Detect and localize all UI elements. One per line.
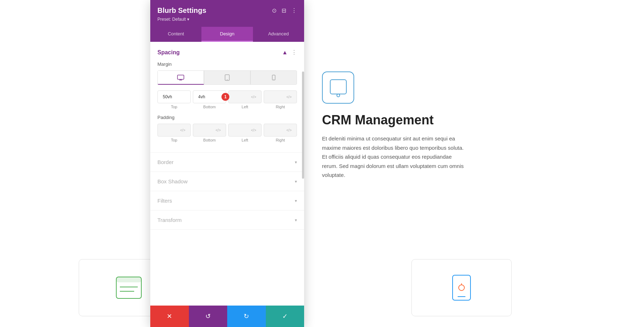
tab-advanced[interactable]: Advanced [253,27,304,42]
svg-point-1 [337,94,340,97]
tab-design[interactable]: Design [201,27,253,42]
crm-description: Et deleniti minima ut consequatur sint a… [322,134,465,180]
spacing-title: Spacing [157,49,180,56]
svg-rect-10 [177,75,184,79]
panel-title: Blurb Settings [157,6,206,15]
device-tab-desktop[interactable] [157,70,204,85]
panel-content[interactable]: Spacing ▲ ⋮ Margin [150,42,304,306]
margin-left-wrapper: </> [228,90,262,103]
padding-left-input[interactable]: </> [228,124,262,137]
tablet-icon [225,74,230,81]
border-label: Border [157,159,174,165]
box-shadow-chevron: ▾ [295,179,297,184]
collapse-icon[interactable]: ▲ [282,49,288,56]
more-icon[interactable]: ⋮ [291,7,297,14]
columns-icon[interactable]: ⊟ [282,7,286,14]
svg-rect-0 [330,80,346,94]
badge-1: 1 [221,93,229,101]
padding-left-group: </> Left [228,124,262,142]
panel-tabs: Content Design Advanced [150,27,304,42]
code-icon-pb: </> [216,128,221,132]
code-icon-pr: </> [287,128,292,132]
margin-bottom-value: 4vh [198,94,205,99]
filters-chevron: ▾ [295,198,297,203]
green-card-icon [114,273,143,302]
margin-right-wrapper: </> [264,90,297,103]
transform-label: Transform [157,217,182,223]
scroll-indicator[interactable] [302,71,304,179]
padding-top-input[interactable]: </> [157,124,191,137]
crm-section: CRM Management Et deleniti minima ut con… [322,29,465,180]
preset-row[interactable]: Preset: Default ▾ [157,17,297,22]
transform-chevron: ▾ [295,218,297,223]
cancel-icon: ✕ [167,312,172,320]
panel-header-icons: ⊙ ⊟ ⋮ [272,7,297,14]
save-icon: ✓ [282,312,288,320]
margin-right-group: </> Right [264,90,297,109]
bottom-cards-area [0,259,644,327]
tab-content[interactable]: Content [150,27,201,42]
section-header-spacing: Spacing ▲ ⋮ [157,49,297,56]
bottom-card-blue [411,259,512,316]
device-tab-tablet[interactable] [204,70,250,85]
margin-bottom-input[interactable]: 4vh 1 [193,90,226,103]
section-menu-icon[interactable]: ⋮ [291,49,297,56]
padding-bottom-group: </> Bottom [193,124,226,142]
padding-label: Padding [157,115,297,120]
padding-right-group: </> Right [264,124,297,142]
redo-icon: ↻ [244,312,249,320]
margin-top-group: 50vh Top [157,90,191,109]
padding-bottom-input[interactable]: </> [193,124,226,137]
margin-right-input[interactable]: </> [264,90,297,103]
margin-right-label: Right [276,105,285,109]
border-section[interactable]: Border ▾ [150,153,304,172]
transform-section[interactable]: Transform ▾ [150,210,304,230]
filters-section[interactable]: Filters ▾ [150,191,304,210]
code-icon-right: </> [287,95,292,99]
border-chevron: ▾ [295,160,297,165]
margin-top-input[interactable]: 50vh [157,90,191,103]
box-shadow-section[interactable]: Box Shadow ▾ [150,172,304,191]
crm-title: CRM Management [322,112,434,128]
settings-panel: Blurb Settings ⊙ ⊟ ⋮ Preset: Default ▾ C… [150,0,304,327]
filters-label: Filters [157,198,172,204]
save-button[interactable]: ✓ [266,306,304,327]
padding-left-label: Left [241,138,248,142]
margin-bottom-group: 4vh 1 Bottom [193,90,226,109]
padding-top-group: </> Top [157,124,191,142]
cancel-button[interactable]: ✕ [150,306,189,327]
svg-rect-3 [116,277,141,282]
panel-header: Blurb Settings ⊙ ⊟ ⋮ Preset: Default ▾ [150,0,304,27]
margin-inputs: 50vh Top 4vh 1 [157,90,297,109]
undo-button[interactable]: ↺ [189,306,228,327]
padding-right-input[interactable]: </> [264,124,297,137]
box-shadow-label: Box Shadow [157,178,187,184]
svg-point-16 [273,79,274,80]
redo-button[interactable]: ↻ [227,306,266,327]
margin-top-label: Top [171,105,177,109]
undo-icon: ↺ [205,312,211,320]
padding-top-label: Top [171,138,177,142]
desktop-icon [177,75,184,80]
margin-top-value: 50vh [163,94,172,99]
svg-point-8 [459,285,464,291]
padding-inputs: </> Top </> Bottom [157,124,297,142]
margin-left-input[interactable]: </> [228,90,262,103]
code-icon-pl: </> [251,128,256,132]
target-icon[interactable]: ⊙ [272,7,277,14]
padding-bottom-label: Bottom [203,138,216,142]
padding-group: Padding </> Top [157,115,297,142]
code-icon-left: </> [251,95,256,99]
blue-card-icon [451,273,472,302]
margin-left-group: </> Left [228,90,262,109]
device-tabs [157,70,297,85]
margin-group: Margin [157,61,297,109]
margin-left-label: Left [241,105,248,109]
margin-label: Margin [157,61,297,67]
device-tab-mobile[interactable] [250,70,297,85]
panel-title-row: Blurb Settings ⊙ ⊟ ⋮ [157,6,297,15]
padding-right-label: Right [276,138,285,142]
code-icon-pt: </> [180,128,185,132]
action-bar: ✕ ↺ ↻ ✓ [150,306,304,327]
margin-bottom-wrapper: 4vh 1 [193,90,226,103]
